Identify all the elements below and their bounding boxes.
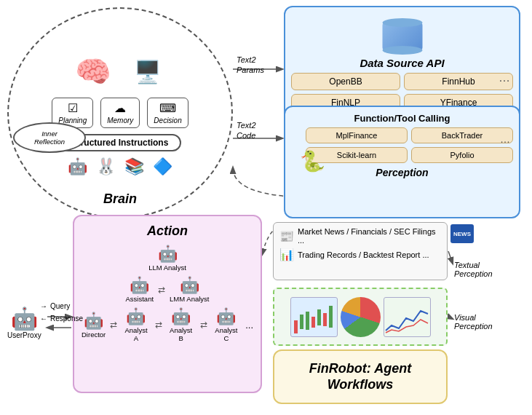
chatgpt-icon: 🤖	[68, 157, 87, 176]
text2params-label: Text2Params	[237, 55, 264, 76]
query-row: → Query	[40, 302, 83, 310]
right-arrow-icon: →	[40, 302, 47, 310]
memory-box: ☁ Memory	[100, 98, 140, 128]
finrobot-label: FinRobot: AgentWorkflows	[309, 361, 411, 392]
svg-rect-14	[300, 315, 303, 329]
lmm-analyst-label: LMM Analyst	[170, 295, 209, 303]
svg-rect-13	[294, 320, 298, 333]
function-tool-title: Function/Tool Calling	[291, 113, 513, 124]
analyst-c-robot-icon: 🤖	[216, 307, 236, 326]
director-label: Director	[82, 331, 106, 339]
brain-circle: 🧠 🖥️ ☑ Planning ☁ Memory ⌨ Decision Stru…	[7, 7, 233, 218]
tool-pyfolio: Pyfolio	[411, 147, 513, 163]
inner-reflection-box: InnerReflection	[13, 122, 86, 153]
director-robot-icon: 🤖	[84, 312, 103, 331]
mini-pie-chart	[341, 297, 381, 337]
action-title: Action	[82, 224, 253, 239]
brain-icons-row: 🧠 🖥️	[68, 50, 173, 94]
mini-line-chart	[384, 297, 431, 337]
market-news-box: 📰 Market News / Financials / SEC Filings…	[273, 222, 448, 280]
llm-analyst-label: LLM Analyst	[148, 264, 186, 272]
assistant-label: Assistant	[126, 295, 154, 303]
llm-analyst-box: 🤖 LLM Analyst	[148, 245, 186, 272]
text2code-label: Text2Code	[237, 120, 256, 141]
llm-analyst-row: 🤖 LLM Analyst	[82, 245, 253, 272]
tool-backtrader: BackTrader	[411, 127, 513, 143]
decision-label: Decision	[154, 116, 181, 125]
llm-analyst-robot-icon: 🤖	[158, 245, 178, 264]
data-source-title: Data Source API	[291, 57, 513, 69]
perception-box: Function/Tool Calling 🐍 MplFinance BackT…	[284, 106, 520, 218]
analyst-b-robot-icon: 🤖	[171, 307, 191, 326]
cube-icon: 🔷	[153, 157, 172, 176]
memory-label: Memory	[107, 116, 133, 125]
rabbit-icon: 🐰	[96, 157, 116, 176]
mini-candlestick-chart	[290, 297, 338, 337]
query-label: Query	[50, 302, 70, 310]
response-label: Response	[50, 315, 83, 323]
agent-icons-row: 🤖 🐰 📚 🔷	[68, 157, 172, 176]
document-icon: 📰	[279, 229, 294, 243]
decision-icon: ⌨	[159, 101, 176, 115]
svg-rect-19	[329, 306, 333, 328]
userproxy-label: UserProxy	[7, 331, 41, 339]
memory-icon: ☁	[114, 101, 126, 115]
db-top	[382, 18, 422, 27]
market-news-text1: Market News / Financials / SEC Filings .…	[298, 227, 441, 245]
brain-label: Brain	[103, 191, 137, 207]
lmm-analyst-robot-icon: 🤖	[180, 276, 199, 295]
line-chart-svg	[384, 298, 431, 337]
analyst-a-label: Analyst A	[122, 326, 150, 342]
analyst-a-b-arrow: ⇄	[155, 320, 162, 330]
python-icon: 🐍	[300, 149, 325, 173]
brain-icon: 🧠	[68, 50, 119, 94]
market-news-row1: 📰 Market News / Financials / SEC Filings…	[279, 227, 441, 245]
inner-reflection-label: InnerReflection	[34, 130, 65, 146]
structured-instructions-label: Structured Instructions	[72, 138, 169, 148]
svg-line-8	[448, 317, 453, 319]
analyst-a-box: 🤖 Analyst A	[122, 307, 150, 342]
analyst-a-robot-icon: 🤖	[126, 307, 146, 326]
tool-grid: MplFinance BackTrader Scikit-learn Pyfol…	[306, 127, 513, 163]
planning-icon: ☑	[68, 101, 78, 115]
assistant-lmm-arrows: ⇄	[158, 285, 165, 295]
tool-dots: …	[500, 133, 510, 145]
director-box: 🤖 Director	[82, 312, 106, 339]
analyst-c-label: Analyst C	[212, 326, 241, 342]
assistant-lmm-row: 🤖 Assistant ⇄ 🤖 LMM Analyst	[82, 276, 253, 303]
svg-line-7	[448, 251, 453, 264]
visual-perception-label: VisualPerception	[454, 313, 493, 331]
director-analysts-row: 🤖 Director ⇄ 🤖 Analyst A ⇄ 🤖 Analyst B ⇄…	[82, 307, 253, 342]
analyst-b-c-arrow: ⇄	[200, 320, 207, 330]
layers-icon: 📚	[124, 157, 144, 176]
tool-section: 🐍 MplFinance BackTrader Scikit-learn Pyf…	[291, 127, 513, 163]
chart-icon: 📊	[279, 248, 294, 261]
svg-rect-16	[311, 317, 315, 328]
news-badge: NEWS	[450, 224, 474, 243]
visual-perception-box	[273, 288, 448, 346]
api-openbb: OpenBB	[291, 73, 400, 90]
tool-mplfinance: MplFinance	[306, 127, 408, 143]
market-news-row2: 📊 Trading Records / Backtest Report ...	[279, 248, 441, 261]
database-icon	[382, 18, 422, 55]
api-dots: …	[499, 71, 510, 84]
svg-rect-17	[317, 309, 321, 325]
response-row: ← Response	[40, 315, 83, 323]
assistant-robot-icon: 🤖	[130, 276, 149, 295]
analysts-dots: ...	[245, 320, 253, 331]
planning-memory-decision-row: ☑ Planning ☁ Memory ⌨ Decision	[52, 98, 188, 128]
svg-rect-18	[323, 313, 327, 326]
assistant-box: 🤖 Assistant	[126, 276, 154, 303]
analyst-b-label: Analyst B	[167, 326, 196, 342]
action-box: Action 🤖 LLM Analyst 🤖 Assistant ⇄ 🤖 LMM…	[73, 215, 262, 393]
db-bottom	[382, 46, 422, 55]
userproxy-area: 🤖 UserProxy	[7, 306, 41, 339]
analyst-b-box: 🤖 Analyst B	[167, 307, 196, 342]
market-news-text2: Trading Records / Backtest Report ...	[298, 250, 429, 259]
query-response-area: → Query ← Response	[40, 302, 83, 323]
circuit-icon: 🖥️	[122, 50, 173, 94]
analyst-c-box: 🤖 Analyst C	[212, 307, 241, 342]
lmm-analyst-box: 🤖 LMM Analyst	[170, 276, 209, 303]
director-analyst-a-arrow: ⇄	[110, 320, 117, 330]
left-arrow-icon: ←	[40, 315, 47, 323]
